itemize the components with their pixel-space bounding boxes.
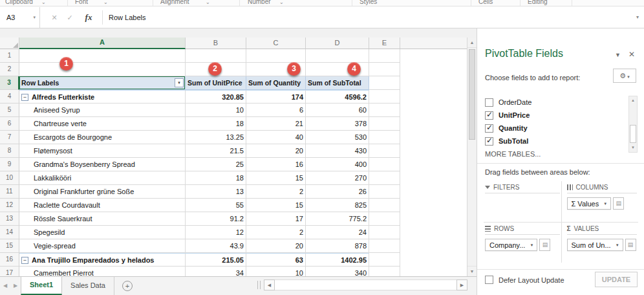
row-header-2[interactable]: 2 xyxy=(0,63,19,76)
pivot-row-label[interactable]: −Ana Trujillo Emparedados y helados xyxy=(19,253,186,267)
collapse-button[interactable]: − xyxy=(21,94,28,101)
pivot-value-cell[interactable]: 430 xyxy=(306,144,369,158)
cell[interactable] xyxy=(369,90,400,104)
field-options-button[interactable]: ▤ xyxy=(613,197,624,210)
pivot-value-cell[interactable]: 340 xyxy=(306,267,369,276)
pivot-value-cell[interactable]: 215.05 xyxy=(186,253,246,267)
sheet-tab-sheet1[interactable]: Sheet1 xyxy=(21,277,62,295)
pivot-row-labels-cell[interactable]: Row Labels▾ xyxy=(19,76,186,90)
scroll-right-icon[interactable]: ▶ xyxy=(456,279,467,290)
pivot-value-cell[interactable]: 12 xyxy=(186,226,246,239)
collapse-button[interactable]: − xyxy=(21,257,28,264)
cell[interactable] xyxy=(369,117,400,131)
pivot-value-cell[interactable]: 21.5 xyxy=(186,144,246,158)
pivot-value-cell[interactable]: 400 xyxy=(306,158,369,171)
dialog-launcher-icon[interactable]: ⌄ xyxy=(41,0,46,5)
pivot-row-label[interactable]: Grandma's Boysenberry Spread xyxy=(19,158,186,171)
field-chip-company[interactable]: Company... ▼ xyxy=(485,239,537,251)
pivot-value-cell[interactable]: 1402.95 xyxy=(306,253,369,267)
scroll-up-icon[interactable]: ▲ xyxy=(629,96,637,105)
field-list-item[interactable]: SubTotal xyxy=(485,135,619,148)
field-list-item[interactable]: OrderDate xyxy=(485,96,619,109)
row-header-7[interactable]: 7 xyxy=(0,131,19,144)
row-header-13[interactable]: 13 xyxy=(0,212,19,226)
dialog-launcher-icon[interactable]: ⌄ xyxy=(206,0,210,5)
field-list-scrollbar[interactable]: ▲ ▼ xyxy=(628,96,638,153)
column-header-b[interactable]: B xyxy=(186,38,246,49)
field-options-button[interactable]: ▤ xyxy=(539,239,550,251)
filters-drop-zone[interactable] xyxy=(485,193,560,197)
pivot-value-cell[interactable]: 320.85 xyxy=(186,90,246,104)
pivot-value-cell[interactable]: 43.9 xyxy=(186,239,246,253)
cell[interactable] xyxy=(369,212,400,226)
column-header-c[interactable]: C xyxy=(246,38,306,49)
cell[interactable] xyxy=(369,239,400,253)
cell[interactable] xyxy=(19,49,186,63)
field-list-scroll-thumb[interactable] xyxy=(630,125,636,143)
horizontal-scrollbar[interactable]: ◀ ▶ xyxy=(257,279,467,290)
new-sheet-button[interactable]: + xyxy=(122,281,133,291)
row-header-12[interactable]: 12 xyxy=(0,199,19,212)
pane-options-icon[interactable]: ▼ xyxy=(615,52,621,58)
cell[interactable] xyxy=(369,104,400,117)
pivot-value-cell[interactable]: 10 xyxy=(246,267,306,276)
field-chip-sum-of-unitprice[interactable]: Sum of Un... ▼ xyxy=(567,239,623,251)
pivot-value-cell[interactable]: 21 xyxy=(246,117,306,131)
pivot-row-label[interactable]: Vegie-spread xyxy=(19,239,186,253)
cell[interactable] xyxy=(369,131,400,144)
pivot-column-header[interactable]: Sum of SubTotal xyxy=(306,76,369,90)
insert-function-icon[interactable]: fx xyxy=(80,7,97,28)
row-header-14[interactable]: 14 xyxy=(0,226,19,239)
close-icon[interactable]: ✕ xyxy=(628,50,635,59)
pivot-row-label[interactable]: Escargots de Bourgogne xyxy=(19,131,186,144)
select-all-button[interactable] xyxy=(0,38,19,49)
pivot-value-cell[interactable]: 25 xyxy=(186,158,246,171)
pivot-value-cell[interactable]: 18 xyxy=(186,171,246,185)
cell[interactable] xyxy=(369,185,400,199)
scroll-up-icon[interactable]: ▲ xyxy=(467,38,477,48)
pivot-value-cell[interactable]: 174 xyxy=(246,90,306,104)
row-header-3[interactable]: 3 xyxy=(0,76,19,90)
pivot-value-cell[interactable]: 13 xyxy=(186,185,246,199)
tools-button[interactable]: ⚙ ▾ xyxy=(613,69,636,83)
filters-area[interactable]: FILTERS xyxy=(484,181,561,222)
pivot-value-cell[interactable]: 13.25 xyxy=(186,131,246,144)
row-header-1[interactable]: 1 xyxy=(0,49,19,63)
field-options-button[interactable]: ▤ xyxy=(625,239,636,251)
values-drop-zone[interactable]: Sum of Un... ▼ ▤ xyxy=(567,235,638,251)
field-list-item[interactable]: Quantity xyxy=(485,122,619,135)
row-header-15[interactable]: 15 xyxy=(0,239,19,253)
pivot-value-cell[interactable]: 378 xyxy=(306,117,369,131)
row-header-17[interactable]: 17 xyxy=(0,267,19,276)
pivot-row-label[interactable]: Camembert Pierrot xyxy=(19,267,186,276)
pivot-value-cell[interactable]: 4596.2 xyxy=(306,90,369,104)
pivot-value-cell[interactable]: 63 xyxy=(246,253,306,267)
dialog-launcher-icon[interactable]: ⌄ xyxy=(103,0,108,5)
pivot-value-cell[interactable]: 34 xyxy=(186,267,246,276)
formula-bar-content[interactable]: Row Labels xyxy=(109,7,145,28)
column-header-e[interactable]: E xyxy=(369,38,400,49)
pivot-value-cell[interactable]: 60 xyxy=(306,104,369,117)
cell[interactable] xyxy=(369,63,400,76)
cell[interactable] xyxy=(19,63,186,76)
cell[interactable] xyxy=(369,171,400,185)
row-header-8[interactable]: 8 xyxy=(0,144,19,158)
cell[interactable] xyxy=(186,49,246,63)
columns-area[interactable]: COLUMNS Σ Values ▼ ▤ xyxy=(561,181,639,222)
pivot-column-header[interactable]: Sum of UnitPrice xyxy=(186,76,246,90)
pivot-column-header[interactable]: Sum of Quantity xyxy=(246,76,306,90)
pivot-value-cell[interactable]: 2 xyxy=(246,185,306,199)
pivot-value-cell[interactable]: 16 xyxy=(246,158,306,171)
scroll-down-icon[interactable]: ▼ xyxy=(629,144,637,152)
row-header-9[interactable]: 9 xyxy=(0,158,19,171)
horizontal-scroll-track[interactable] xyxy=(275,279,456,290)
pivot-row-label[interactable]: Spegesild xyxy=(19,226,186,239)
tab-scroll-left-icon[interactable]: ◀ xyxy=(0,277,10,295)
pivot-value-cell[interactable]: 26 xyxy=(306,185,369,199)
expand-formula-bar-icon[interactable]: ▾ xyxy=(636,7,639,28)
pivot-row-label[interactable]: Original Frankfurter grüne Soße xyxy=(19,185,186,199)
pivot-value-cell[interactable]: 24 xyxy=(306,226,369,239)
name-box[interactable]: A3 ▾ xyxy=(0,7,40,28)
field-checkbox[interactable] xyxy=(485,124,493,133)
row-header-4[interactable]: 4 xyxy=(0,90,19,104)
